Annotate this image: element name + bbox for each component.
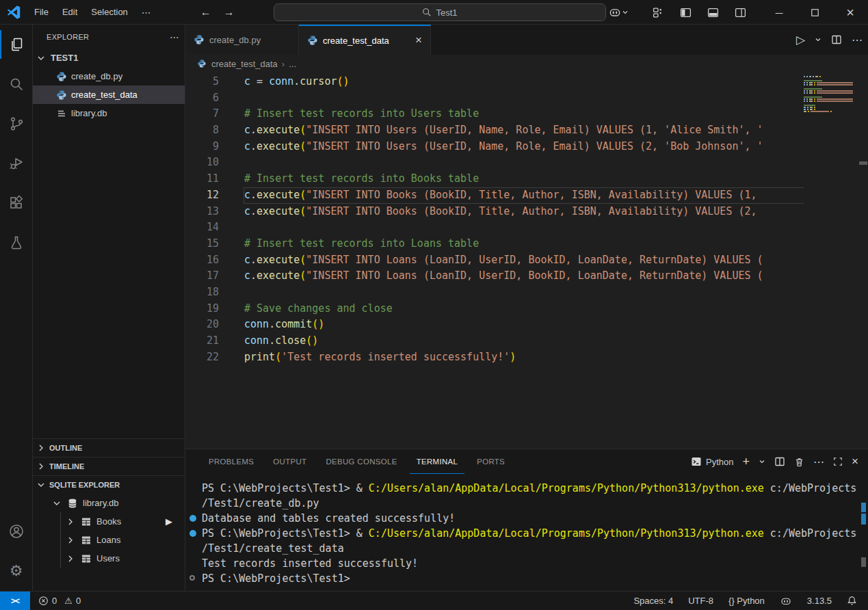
folder-test1[interactable]: TEST1	[33, 49, 185, 67]
line-number[interactable]: 11	[185, 171, 219, 187]
code-line-7[interactable]: 7# Insert test records into Users table	[185, 106, 868, 122]
editor-scrollbar[interactable]	[858, 72, 868, 449]
kill-terminal-trash-icon[interactable]	[794, 457, 804, 467]
explorer-file-create_db.py[interactable]: create_db.py	[33, 67, 185, 85]
menu-file[interactable]: File	[27, 3, 55, 21]
line-number[interactable]: 13	[185, 204, 219, 220]
command-decoration-ring[interactable]	[189, 575, 195, 581]
sqlite-table-Books[interactable]: Books▶	[33, 512, 185, 531]
window-maximize-button[interactable]	[797, 0, 832, 25]
customize-layout-icon[interactable]	[648, 3, 668, 21]
code-editor[interactable]: 5c = conn.cursor()67# Insert test record…	[185, 72, 868, 449]
code-line-12[interactable]: 12c.execute("INSERT INTO Books (BookID, …	[185, 187, 868, 204]
toggle-panel-icon[interactable]	[702, 3, 723, 21]
sqlite-db-library[interactable]: library.db	[33, 494, 185, 512]
sqlite-table-Users[interactable]: Users	[33, 549, 185, 568]
window-minimize-button[interactable]: ─	[761, 0, 797, 25]
code-line-18[interactable]: 18	[185, 284, 868, 301]
python-version-status[interactable]: 3.13.5	[807, 596, 832, 606]
panel-tab-problems[interactable]: PROBLEMS	[202, 450, 261, 474]
explorer-file-library.db[interactable]: library.db	[33, 104, 185, 122]
line-number[interactable]: 22	[185, 349, 219, 366]
line-number[interactable]: 20	[185, 317, 219, 333]
run-dropdown-icon[interactable]	[815, 36, 821, 43]
code-line-21[interactable]: 21conn.close()	[185, 333, 868, 349]
accounts-icon[interactable]	[0, 512, 32, 551]
line-number[interactable]: 9	[185, 139, 219, 155]
notifications-bell-icon[interactable]	[847, 596, 857, 606]
line-number[interactable]: 7	[185, 106, 219, 122]
line-number[interactable]: 10	[185, 155, 219, 171]
warning-count[interactable]: 0	[76, 596, 81, 606]
code-line-16[interactable]: 16c.execute("INSERT INTO Loans (LoanID, …	[185, 252, 868, 269]
code-line-20[interactable]: 20conn.commit()	[185, 317, 868, 333]
line-number[interactable]: 12	[185, 187, 219, 204]
nav-forward-icon[interactable]: →	[224, 6, 235, 18]
indentation-status[interactable]: Spaces: 4	[633, 596, 673, 606]
remote-indicator[interactable]: ><	[0, 592, 30, 610]
language-mode-status[interactable]: {} Python	[728, 596, 765, 606]
tab-create-test-data[interactable]: create_test_data ×	[299, 25, 431, 55]
terminal-scrollbar[interactable]	[861, 474, 867, 592]
explorer-file-create_test_data[interactable]: create_test_data	[33, 85, 185, 104]
line-number[interactable]: 16	[185, 252, 219, 269]
split-terminal-icon[interactable]	[774, 456, 785, 467]
command-decoration-blue[interactable]	[189, 530, 196, 537]
testing-icon[interactable]	[0, 223, 32, 263]
code-line-10[interactable]: 10	[185, 155, 868, 171]
explorer-icon[interactable]	[0, 25, 32, 64]
panel-tab-output[interactable]: OUTPUT	[266, 450, 313, 474]
toggle-primary-sidebar-icon[interactable]	[675, 3, 696, 21]
code-line-19[interactable]: 19# Save changes and close	[185, 301, 868, 317]
code-line-11[interactable]: 11# Insert test records into Books table	[185, 171, 868, 187]
command-center-search[interactable]: Test1	[274, 3, 606, 21]
source-control-icon[interactable]	[0, 104, 32, 144]
command-decoration-blue[interactable]	[189, 515, 196, 522]
new-terminal-button[interactable]: +	[743, 455, 750, 469]
section-sqlite-explorer[interactable]: SQLITE EXPLORER	[33, 475, 185, 494]
error-count[interactable]: 0	[52, 596, 57, 606]
code-line-9[interactable]: 9c.execute("INSERT INTO Users (UserID, N…	[185, 139, 868, 155]
nav-back-icon[interactable]: ←	[200, 6, 211, 18]
tab-close-icon[interactable]: ×	[415, 34, 422, 47]
run-python-file-button[interactable]: ▷	[796, 33, 805, 47]
code-line-17[interactable]: 17c.execute("INSERT INTO Loans (LoanID, …	[185, 268, 868, 284]
maximize-panel-icon[interactable]	[833, 457, 843, 466]
section-timeline[interactable]: TIMELINE	[33, 457, 185, 475]
line-number[interactable]: 8	[185, 122, 219, 139]
menu-selection[interactable]: Selection	[84, 3, 134, 21]
code-line-8[interactable]: 8c.execute("INSERT INTO Users (UserID, N…	[185, 122, 868, 139]
line-number[interactable]: 6	[185, 90, 219, 107]
editor-more-actions-icon[interactable]: ⋯	[852, 34, 863, 47]
breadcrumb-file[interactable]: create_test_data	[211, 59, 278, 69]
code-line-13[interactable]: 13c.execute("INSERT INTO Books (BookID, …	[185, 204, 868, 220]
section-outline[interactable]: OUTLINE	[33, 438, 185, 457]
line-number[interactable]: 14	[185, 220, 219, 236]
panel-more-actions-icon[interactable]: ⋯	[813, 455, 824, 468]
terminal-dropdown-icon[interactable]	[759, 458, 765, 465]
line-number[interactable]: 17	[185, 268, 219, 284]
code-line-5[interactable]: 5c = conn.cursor()	[185, 74, 868, 90]
code-line-14[interactable]: 14	[185, 220, 868, 236]
panel-tab-debug-console[interactable]: DEBUG CONSOLE	[319, 450, 404, 474]
breadcrumb-symbol[interactable]: ...	[289, 59, 296, 69]
code-line-6[interactable]: 6	[185, 90, 868, 107]
line-number[interactable]: 21	[185, 333, 219, 349]
line-number[interactable]: 19	[185, 301, 219, 317]
panel-tab-ports[interactable]: PORTS	[470, 450, 512, 474]
sqlite-table-Loans[interactable]: Loans	[33, 531, 185, 549]
terminal-profile[interactable]: Python	[691, 456, 733, 467]
encoding-status[interactable]: UTF-8	[688, 596, 713, 606]
copilot-status-icon[interactable]	[780, 595, 792, 607]
toggle-secondary-sidebar-icon[interactable]	[730, 3, 750, 21]
panel-tab-terminal[interactable]: TERMINAL	[410, 450, 465, 474]
code-line-22[interactable]: 22print('Test records inserted successfu…	[185, 349, 868, 366]
copilot-menu[interactable]	[608, 5, 629, 19]
run-query-play-icon[interactable]: ▶	[166, 516, 172, 527]
menu-edit[interactable]: Edit	[55, 3, 84, 21]
terminal-output[interactable]: PS C:\WebProjects\Test1> & C:/Users/alan…	[185, 474, 868, 592]
extensions-icon[interactable]	[0, 183, 32, 223]
window-close-button[interactable]: ×	[832, 0, 868, 25]
close-panel-icon[interactable]: ×	[852, 455, 858, 468]
search-view-icon[interactable]	[0, 64, 32, 104]
